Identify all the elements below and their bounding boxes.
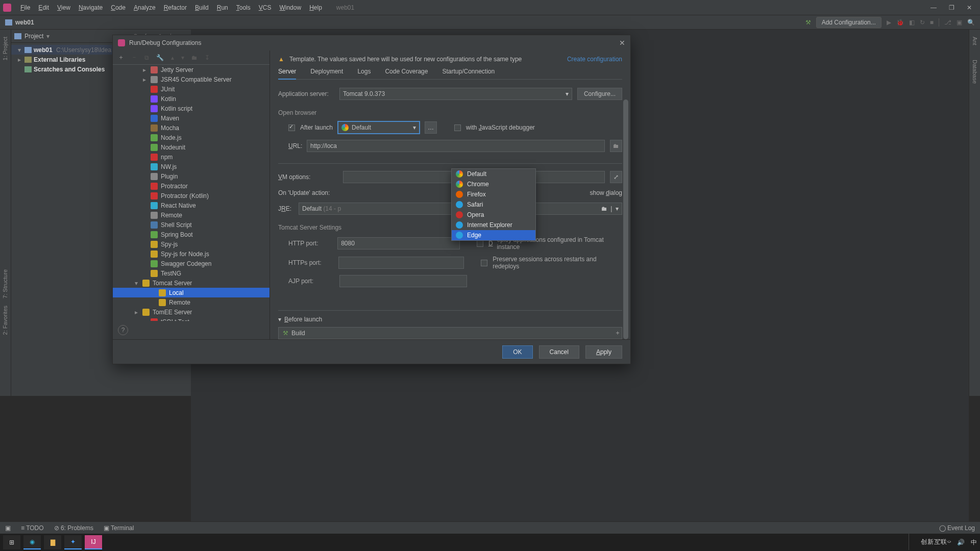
menu-help[interactable]: Help	[305, 2, 326, 13]
config-type-tomee-server[interactable]: ▸TomEE Server	[113, 307, 270, 317]
menu-build[interactable]: Build	[191, 2, 213, 13]
menu-view[interactable]: View	[53, 2, 75, 13]
coverage-icon[interactable]: ◧	[909, 19, 915, 26]
menu-window[interactable]: Window	[275, 2, 305, 13]
config-type-tomcat-server[interactable]: ▾Tomcat Server	[113, 278, 270, 288]
tab-deployment[interactable]: Deployment	[310, 68, 343, 75]
config-type-testng[interactable]: TestNG	[113, 268, 270, 278]
menu-file[interactable]: File	[16, 2, 34, 13]
menu-analyze[interactable]: Analyze	[130, 2, 160, 13]
intellij-taskbar-icon[interactable]: IJ	[85, 535, 102, 549]
tab-server[interactable]: Server	[278, 68, 296, 80]
menu-navigate[interactable]: Navigate	[75, 2, 107, 13]
chevron-up-icon[interactable]: ▴	[171, 54, 174, 61]
config-type-junit[interactable]: JUnit	[113, 84, 270, 94]
hammer-icon[interactable]: ⚒	[805, 19, 811, 26]
config-type-mocha[interactable]: Mocha	[113, 123, 270, 133]
config-type-node-js[interactable]: Node.js	[113, 133, 270, 142]
ok-button[interactable]: OK	[502, 345, 532, 359]
edge-taskbar-icon[interactable]: ◉	[23, 535, 41, 549]
search-icon[interactable]: 🔍	[967, 19, 975, 26]
wrench-icon[interactable]: 🔧	[156, 54, 164, 61]
maximize-icon[interactable]: ❐	[949, 4, 954, 11]
config-type-protractor-kotlin-[interactable]: Protractor (Kotlin)	[113, 191, 270, 201]
run-icon[interactable]: ▶	[887, 19, 891, 26]
help-icon[interactable]: ?	[118, 325, 128, 335]
config-type-npm[interactable]: npm	[113, 152, 270, 162]
config-type-spy-js[interactable]: Spy-js	[113, 239, 270, 249]
event-log-tool[interactable]: ◯ Event Log	[939, 524, 975, 532]
config-type-shell-script[interactable]: Shell Script	[113, 220, 270, 230]
explorer-taskbar-icon[interactable]: ▇	[44, 535, 61, 549]
dialog-close-icon[interactable]: ✕	[619, 39, 625, 47]
config-type-swagger-codegen[interactable]: Swagger Codegen	[113, 259, 270, 268]
deploy-apps-checkbox[interactable]	[477, 240, 483, 247]
after-launch-checkbox[interactable]	[288, 124, 295, 131]
menu-vcs[interactable]: VCS	[255, 2, 276, 13]
dropdown-icon[interactable]: ▾	[46, 33, 50, 40]
menu-run[interactable]: Run	[213, 2, 232, 13]
chevron-down-icon[interactable]: ▾	[181, 54, 184, 61]
browser-option-safari[interactable]: Safari	[452, 199, 535, 210]
browser-option-opera[interactable]: Opera	[452, 210, 535, 220]
browser-more-button[interactable]: …	[425, 121, 437, 134]
config-type-maven[interactable]: Maven	[113, 113, 270, 123]
config-type-nw-js[interactable]: NW.js	[113, 162, 270, 171]
config-type-protractor[interactable]: Protractor	[113, 181, 270, 191]
config-type-local[interactable]: Local	[113, 288, 270, 297]
tab-logs[interactable]: Logs	[357, 68, 371, 75]
app-taskbar-icon[interactable]: ✦	[64, 535, 82, 549]
minimize-icon[interactable]: —	[930, 4, 937, 11]
menu-code[interactable]: Code	[107, 2, 130, 13]
before-launch-heading[interactable]: ▾ Before launch	[278, 316, 622, 323]
ime-icon[interactable]: 中	[971, 538, 977, 547]
tab-code-coverage[interactable]: Code Coverage	[385, 68, 428, 75]
config-type-spy-js-for-node-js[interactable]: Spy-js for Node.js	[113, 249, 270, 259]
http-port-input[interactable]	[337, 237, 460, 249]
browser-option-internet-explorer[interactable]: Internet Explorer	[452, 220, 535, 230]
project-title[interactable]: Project	[24, 33, 43, 40]
config-type-nodeunit[interactable]: Nodeunit	[113, 142, 270, 152]
config-type-spring-boot[interactable]: Spring Boot	[113, 230, 270, 239]
sort-icon[interactable]: ↧	[205, 54, 210, 61]
browser-option-edge[interactable]: Edge	[452, 230, 535, 240]
config-type-plugin[interactable]: Plugin	[113, 171, 270, 181]
browser-option-firefox[interactable]: Firefox	[452, 189, 535, 199]
preserve-sessions-checkbox[interactable]	[481, 260, 487, 266]
cancel-button[interactable]: Cancel	[539, 345, 579, 359]
browser-option-default[interactable]: Default	[452, 169, 535, 179]
add-icon[interactable]: ＋	[118, 53, 124, 62]
config-type-remote[interactable]: Remote	[113, 297, 270, 307]
config-type-react-native[interactable]: React Native	[113, 201, 270, 210]
ide-settings-icon[interactable]: ▣	[957, 19, 962, 26]
create-configuration-link[interactable]: Create configuration	[567, 56, 622, 63]
browser-select[interactable]: Default ▾	[338, 121, 420, 134]
project-tool-tab[interactable]: 1: Project	[2, 37, 8, 60]
scrollbar[interactable]	[623, 99, 628, 315]
profile-icon[interactable]: ↻	[920, 19, 925, 26]
add-task-icon[interactable]: ＋	[615, 329, 621, 337]
folder-icon[interactable]: 🖿	[191, 54, 198, 61]
stop-icon[interactable]: ■	[930, 19, 934, 26]
start-button[interactable]: ⊞	[3, 535, 20, 549]
volume-icon[interactable]: 🔊	[957, 539, 965, 546]
close-icon[interactable]: ✕	[967, 4, 972, 11]
configure-button[interactable]: Configure...	[577, 88, 622, 100]
menu-edit[interactable]: Edit	[34, 2, 53, 13]
structure-tool-tab[interactable]: 7: Structure	[2, 269, 8, 298]
remove-icon[interactable]: －	[131, 53, 137, 62]
terminal-tool[interactable]: ▣ Terminal	[104, 524, 134, 532]
tab-startup-connection[interactable]: Startup/Connection	[442, 68, 495, 75]
add-configuration-button[interactable]: Add Configuration...	[816, 17, 881, 28]
config-type-tsqlt-test[interactable]: tSQLt Test	[113, 317, 270, 321]
before-launch-list[interactable]: ⚒ Build ＋ － ✎	[278, 327, 622, 339]
ant-tool-tab[interactable]: Ant	[972, 37, 978, 45]
breadcrumb-project[interactable]: web01	[15, 19, 34, 26]
url-browse-button[interactable]: 🖿	[610, 140, 622, 152]
apply-button[interactable]: Apply	[585, 345, 622, 359]
config-type-remote[interactable]: Remote	[113, 210, 270, 220]
copy-icon[interactable]: ⧉	[144, 54, 149, 61]
debug-icon[interactable]: 🐞	[896, 19, 904, 26]
problems-tool[interactable]: ⊘ 6: Problems	[54, 524, 93, 532]
git-icon[interactable]: ⎇	[944, 19, 951, 26]
